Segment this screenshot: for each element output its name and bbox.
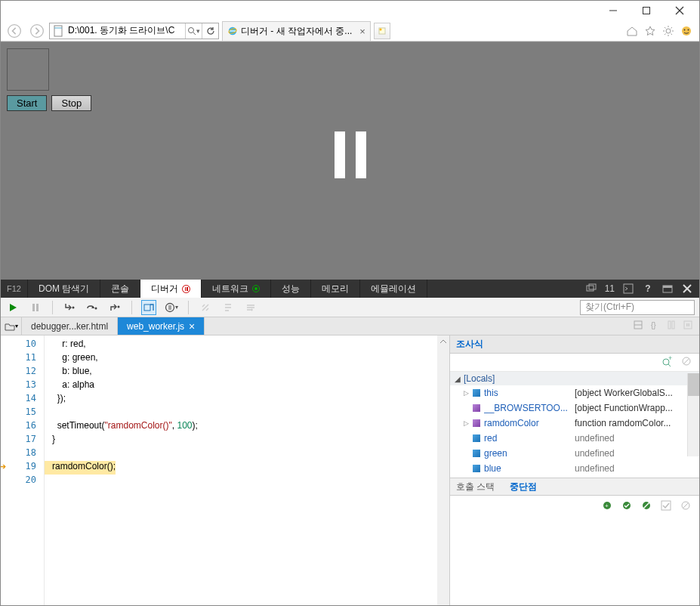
watch-row[interactable]: ▷ramdomColorfunction ramdomColor... xyxy=(450,416,699,431)
checkbox-icon[interactable] xyxy=(660,499,672,512)
line-number[interactable]: 13 xyxy=(5,379,44,393)
code-line[interactable] xyxy=(45,475,437,488)
code-line[interactable]: setTimeout("ramdomColor()", 100); xyxy=(45,420,437,434)
disconnect-button[interactable] xyxy=(198,300,213,315)
target-icon[interactable] xyxy=(585,283,597,295)
line-number[interactable]: 20 xyxy=(5,475,44,488)
smiley-icon[interactable] xyxy=(680,24,693,38)
break-new-worker-button[interactable] xyxy=(141,300,156,315)
tab-emulation[interactable]: 에뮬레이션 xyxy=(360,280,427,298)
search-input[interactable]: 찾기(Ctrl+F) xyxy=(580,300,695,315)
open-file-button[interactable]: ▾ xyxy=(1,317,22,335)
start-button[interactable]: Start xyxy=(7,95,47,111)
source-map-icon[interactable] xyxy=(633,320,643,332)
svg-rect-39 xyxy=(689,323,690,326)
code-line[interactable] xyxy=(45,407,437,420)
step-out-button[interactable] xyxy=(107,300,122,315)
code-line[interactable]: }); xyxy=(45,393,437,407)
maximize-button[interactable] xyxy=(630,1,663,20)
tab-console[interactable]: 콘솔 xyxy=(100,280,140,298)
current-line-arrow-icon: ➔ xyxy=(0,462,6,472)
file-tab-html[interactable]: debugger...ker.html xyxy=(22,317,118,335)
delete-all-icon[interactable] xyxy=(681,356,692,369)
add-xhr-bp-icon[interactable] xyxy=(621,499,633,512)
code-line[interactable] xyxy=(45,447,437,461)
debug-file-icon[interactable] xyxy=(683,320,693,332)
library-icon[interactable] xyxy=(666,320,677,332)
watches-scrollbar[interactable] xyxy=(687,373,699,456)
tab-callstack[interactable]: 호출 스택 xyxy=(456,481,495,493)
line-number[interactable]: 18 xyxy=(5,447,44,461)
step-into-button[interactable] xyxy=(62,300,77,315)
svg-rect-21 xyxy=(663,286,672,288)
step-over-button[interactable] xyxy=(85,300,100,315)
code-area[interactable]: r: red, g: green, b: blue, a: alpha }); … xyxy=(45,335,437,606)
file-tab-js[interactable]: web_worker.js× xyxy=(118,317,205,335)
console-toggle-icon[interactable] xyxy=(622,283,634,295)
code-line[interactable]: r: red, xyxy=(45,339,437,352)
line-number[interactable]: 17 xyxy=(5,434,44,447)
code-scrollbar[interactable] xyxy=(437,335,449,606)
line-number[interactable]: 15 xyxy=(5,407,44,420)
svg-text:+: + xyxy=(605,502,609,509)
prettify-button[interactable] xyxy=(220,300,236,315)
home-icon[interactable] xyxy=(625,24,639,38)
line-number[interactable]: 19 xyxy=(5,461,44,475)
stop-button[interactable]: Stop xyxy=(51,95,91,111)
watch-row[interactable]: blueundefined xyxy=(450,461,699,476)
toggle-bp-icon[interactable] xyxy=(640,499,652,512)
code-line[interactable]: ramdomColor(); xyxy=(45,461,116,475)
refresh-button[interactable] xyxy=(202,23,218,39)
search-dropdown-icon[interactable]: ▾ xyxy=(185,23,202,39)
tab-network[interactable]: 네트워크 xyxy=(202,280,271,298)
tab-close-icon[interactable]: × xyxy=(359,26,365,37)
undock-icon[interactable] xyxy=(661,283,674,295)
add-watch-icon[interactable]: + xyxy=(661,356,674,369)
svg-rect-36 xyxy=(672,321,674,329)
code-line[interactable]: g: green, xyxy=(45,352,437,366)
tab-memory[interactable]: 메모리 xyxy=(311,280,360,298)
svg-line-41 xyxy=(668,364,671,366)
code-line[interactable]: b: blue, xyxy=(45,366,437,379)
watch-row[interactable]: redundefined xyxy=(450,431,699,446)
help-icon[interactable]: ? xyxy=(642,283,654,295)
wordwrap-button[interactable] xyxy=(243,300,258,315)
tab-performance[interactable]: 성능 xyxy=(271,280,311,298)
watch-row[interactable]: greenundefined xyxy=(450,446,699,461)
line-number[interactable]: 16 xyxy=(5,420,44,434)
line-gutter[interactable]: 1011121314151617181920 xyxy=(5,335,45,606)
back-button[interactable] xyxy=(4,22,25,40)
add-event-bp-icon[interactable]: + xyxy=(601,499,613,512)
continue-button[interactable] xyxy=(5,300,20,315)
line-number[interactable]: 12 xyxy=(5,366,44,379)
browser-tab[interactable]: 디버거 - 새 작업자에서 중... × xyxy=(222,21,371,41)
favorites-icon[interactable] xyxy=(643,24,657,38)
tools-icon[interactable] xyxy=(661,24,675,38)
new-tab-button[interactable] xyxy=(374,23,390,39)
tab-breakpoints[interactable]: 중단점 xyxy=(510,481,537,493)
delete-bp-icon[interactable] xyxy=(680,499,692,512)
minimize-button[interactable] xyxy=(597,1,630,20)
code-column: ➔ 1011121314151617181920 r: red, g: gree… xyxy=(1,335,450,606)
watch-row[interactable]: ▷this[object WorkerGlobalS... xyxy=(450,385,699,400)
svg-rect-32 xyxy=(171,305,171,310)
code-line[interactable]: a: alpha xyxy=(45,379,437,393)
close-button[interactable] xyxy=(663,1,696,20)
pause-button[interactable] xyxy=(28,300,43,315)
svg-point-26 xyxy=(72,306,75,308)
code-line[interactable]: } xyxy=(45,434,437,447)
address-input[interactable] xyxy=(68,26,185,36)
locals-header[interactable]: ◢[Locals] xyxy=(450,372,699,385)
address-bar-row: ▾ 디버거 - 새 작업자에서 중... × xyxy=(1,20,699,42)
line-number[interactable]: 14 xyxy=(5,393,44,407)
devtools-close-icon[interactable] xyxy=(681,283,693,295)
watch-row[interactable]: __BROWSERTOO...[object FunctionWrapp... xyxy=(450,400,699,416)
exception-button[interactable]: ▾ xyxy=(164,300,179,315)
line-number[interactable]: 11 xyxy=(5,352,44,366)
forward-button[interactable] xyxy=(26,22,48,40)
tab-debugger[interactable]: 디버거 xyxy=(140,280,202,298)
file-tab-close-icon[interactable]: × xyxy=(189,320,195,332)
line-number[interactable]: 10 xyxy=(5,339,44,352)
pretty-print-icon[interactable]: {} xyxy=(649,320,660,332)
tab-dom-explorer[interactable]: DOM 탐색기 xyxy=(28,280,100,298)
